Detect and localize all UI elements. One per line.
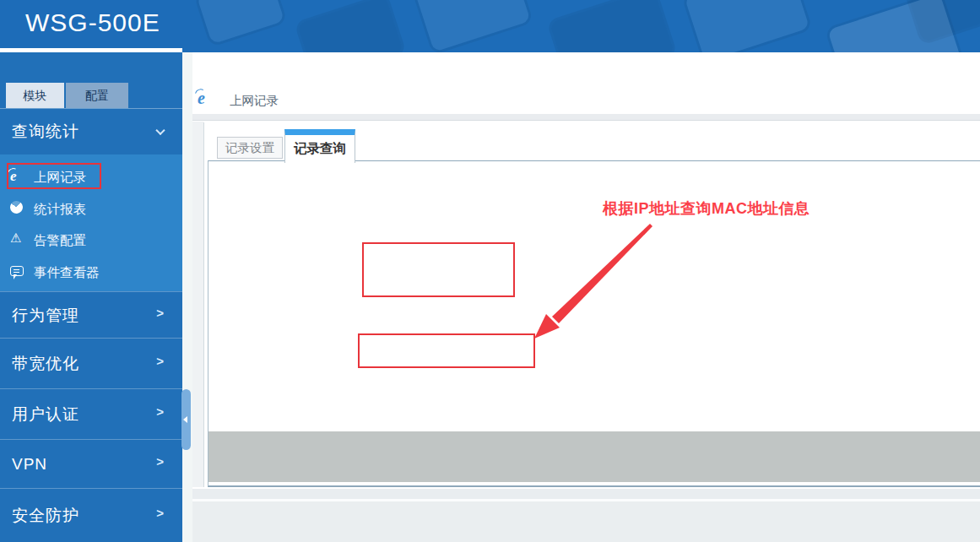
footer-strip: [192, 489, 980, 499]
app-header: WSG-500E: [0, 0, 980, 52]
sidebar-item-stats-report[interactable]: 统计报表: [0, 193, 182, 225]
sidebar-group-auth[interactable]: 用户认证 >: [0, 388, 182, 439]
sidebar-collapse-handle[interactable]: [181, 389, 191, 450]
sidebar-tab-module[interactable]: 模块: [6, 83, 64, 108]
tab-record-query[interactable]: 记录查询: [284, 129, 355, 163]
chevron-right-icon: >: [156, 437, 164, 486]
keyboard-texture: [685, 0, 809, 52]
sidebar-tab-config[interactable]: 配置: [66, 83, 128, 108]
sidebar-group-behavior[interactable]: 行为管理 >: [0, 291, 182, 338]
sidebar-group-vpn[interactable]: VPN >: [0, 439, 182, 488]
panel-outer-border: [203, 122, 204, 487]
sidebar: 模块 配置 查询统计 e 上网记录 统计报表 ⚠ 告警配置 事件查看器: [0, 52, 182, 542]
keyboard-texture: [550, 0, 674, 52]
sidebar-group-security[interactable]: 安全防护 >: [0, 488, 182, 542]
speech-bubble-icon: [10, 264, 29, 281]
keyboard-texture: [414, 0, 530, 52]
tab-record-settings[interactable]: 记录设置: [217, 137, 283, 159]
sidebar-submenu: e 上网记录 统计报表 ⚠ 告警配置 事件查看器: [0, 154, 182, 291]
sidebar-group-bandwidth[interactable]: 带宽优化 >: [0, 338, 182, 388]
keyboard-texture: [197, 0, 284, 44]
breadcrumb-divider: [192, 114, 980, 121]
sidebar-item-event-viewer[interactable]: 事件查看器: [0, 257, 182, 288]
chevron-right-icon: >: [156, 290, 164, 336]
breadcrumb: 上网记录: [230, 93, 279, 109]
panel-gutter: [192, 122, 203, 487]
pie-chart-icon: [10, 201, 29, 218]
ie-icon: e: [10, 169, 29, 186]
chevron-right-icon: >: [156, 336, 164, 387]
annotation-note: 根据IP地址查询MAC地址信息: [603, 198, 810, 219]
sidebar-group-label: 查询统计: [12, 122, 79, 140]
sidebar-gap: [182, 52, 192, 542]
collapse-left-icon: [183, 416, 187, 423]
results-placeholder: [208, 431, 980, 482]
ie-icon: e: [198, 89, 216, 107]
app-title: WSG-500E: [25, 8, 160, 37]
main-content: e 上网记录 记录设置 记录查询 统计对象: 所有 记录类型: IP-MAC记录…: [192, 52, 980, 542]
warning-icon: ⚠: [10, 232, 29, 249]
chevron-right-icon: >: [156, 485, 164, 539]
chevron-right-icon: >: [156, 387, 164, 437]
chevron-down-icon: [155, 126, 165, 135]
sidebar-item-internet-records[interactable]: e 上网记录: [0, 161, 182, 192]
wsg-500e-admin-page: WSG-500E 模块 配置 查询统计 e 上网记录 统计报表 ⚠ 告警配置: [0, 0, 980, 542]
footer-strip: [192, 501, 980, 542]
sidebar-item-alarm-config[interactable]: ⚠ 告警配置: [0, 225, 182, 256]
keyboard-texture: [297, 0, 403, 52]
sidebar-group-query-stats[interactable]: 查询统计: [0, 109, 182, 154]
